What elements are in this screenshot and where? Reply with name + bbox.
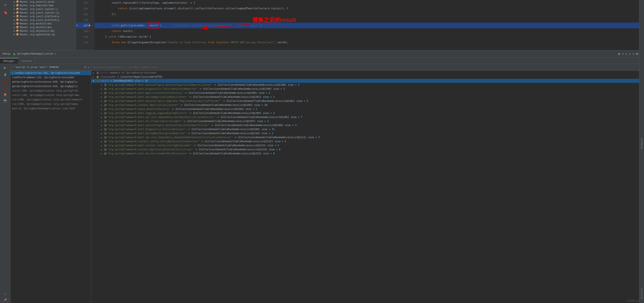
maven-icon: 📦 xyxy=(16,19,19,22)
var-type-badge-eq: = xyxy=(96,80,99,82)
debug-resume-btn[interactable]: ≡ xyxy=(618,52,620,56)
maven-icon: 📦 xyxy=(16,15,19,18)
var-subitem-14[interactable]: ▶ = "org.springframework.context.config.… xyxy=(91,139,644,143)
var-subitem-2[interactable]: ▶ = "org.springframework.boot.Applicatio… xyxy=(91,91,644,95)
sidebar-icon-run[interactable]: ▶ xyxy=(3,2,8,7)
tree-item[interactable]: ▶ 📦 Maven: org.junit.platform:p xyxy=(11,15,76,18)
project-tree: ▶ 📦 Maven: org.assertj:asser ▶ 📦 Maven: … xyxy=(11,0,76,50)
frame-item-0[interactable]: ▶ loadSpringFactories:162, SpringFactori… xyxy=(10,71,91,75)
var-subitem-8[interactable]: ▶ = "org.springframework.boot.sql.init.d… xyxy=(91,115,644,119)
debug-btn-pin[interactable]: 📌 xyxy=(4,298,7,301)
tab-console[interactable]: Console xyxy=(18,58,35,64)
frame-item-3[interactable]: getSpringFactoriesInstances:424, SpringA… xyxy=(10,84,91,89)
frames-settings-btn[interactable]: ▾ xyxy=(88,66,90,69)
var-value: = {Launcher$AppClassLoader@756} xyxy=(118,75,163,78)
var-item-static[interactable]: ▶ s static members of SpringFactoriesLoa… xyxy=(91,71,644,75)
code-line-105: }); xyxy=(96,11,644,17)
frame-item-4[interactable]: <init>:266, SpringApplication (org.sprin… xyxy=(10,89,91,93)
sidebar-icon-bookmark[interactable]: 🔖 xyxy=(3,10,8,15)
frame-item-8[interactable]: main:9, SpringBootDemoApplication (com.f… xyxy=(10,106,91,111)
debug-step-into-btn[interactable]: ↓ xyxy=(626,52,628,56)
var-value-result: = {HashMap@1065} xyxy=(110,79,134,82)
tree-item[interactable]: ▶ 📦 Maven: org.assertj:asser xyxy=(11,0,76,4)
frame-method-text: getSpringFactoriesInstances:424, SpringA… xyxy=(12,85,78,88)
debug-run-to-cursor-btn[interactable]: → xyxy=(632,52,634,56)
tree-item[interactable]: ▶ 📦 Maven: org.hamcrest:ham xyxy=(11,4,76,7)
var-name-text: classLoader xyxy=(100,75,116,78)
maven-icon: 📦 xyxy=(16,22,19,25)
frame-item-5[interactable]: <init>:246, SpringApplication (org.sprin… xyxy=(10,93,91,97)
var-item-result[interactable]: ▼ = result = {HashMap@1065} size = 18 xyxy=(91,79,644,83)
var-subitem-1[interactable]: ▶ = "org.springframework.boot.diagnostic… xyxy=(91,87,644,91)
var-item-classloader[interactable]: ▶ p classLoader = {Launcher$AppClassLoad… xyxy=(91,75,644,79)
debug-btn-resume[interactable]: ▶ xyxy=(4,66,6,70)
var-subitem-10[interactable]: ▶ = "org.springframework.boot.autoconfig… xyxy=(91,123,644,127)
left-sidebar: ▶ 🔖 xyxy=(0,0,11,50)
code-line-104: return (List)implementations.stream().di… xyxy=(96,6,644,11)
var-subitem-15[interactable]: ▶ = "org.springframework.boot.context.co… xyxy=(91,143,644,147)
debug-panel: ▶ ⏸ ■ ⟳ 🔕 📷 ⚙ 📌 ✓ "main"@1 in group "mai… xyxy=(0,64,644,303)
line-number-106: 106 xyxy=(76,17,90,23)
frames-filter-btn[interactable]: ⊞ xyxy=(84,66,86,69)
var-subitem-16[interactable]: ▶ = "org.springframework.context.Applica… xyxy=(91,147,644,152)
var-subitem-11[interactable]: ▶ = "org.springframework.boot.diagnostic… xyxy=(91,127,644,131)
frame-item-6[interactable]: run:1306, SpringApplication (org.springf… xyxy=(10,97,91,102)
frame-method-text: getSpringFactoriesInstances:430, SpringA… xyxy=(12,80,78,83)
frame-item-2[interactable]: getSpringFactoriesInstances:430, SpringA… xyxy=(10,80,91,84)
var-subitem-12[interactable]: ▶ = "org.springframework.boot.SpringBoot… xyxy=(91,131,644,135)
debug-step-over-btn[interactable]: ↷ xyxy=(622,52,624,56)
code-editor[interactable]: 103 104 105 106 ➤ 107 108 109 110 xyxy=(76,0,644,50)
debug-step-out-btn[interactable]: ↑ xyxy=(629,52,631,56)
code-line-106 xyxy=(96,17,644,23)
code-line-103: result.replaceAll((factoryType, implemen… xyxy=(96,0,644,6)
debug-frames-btn[interactable]: ⊞ xyxy=(636,52,638,56)
var-subitem-6[interactable]: ▶ = "org.springframework.beans.BeanInfoF… xyxy=(91,107,644,111)
tab-debugger[interactable]: Debugger xyxy=(0,58,18,64)
line-number-108: 108 xyxy=(76,28,90,34)
frame-method-text: <init>:246, SpringApplication (org.sprin… xyxy=(12,94,79,97)
line-number-104: 104 xyxy=(76,6,90,11)
var-type-badge-p: p xyxy=(96,76,99,78)
frame-item-7[interactable]: run:1295, SpringApplication (org.springf… xyxy=(10,102,91,106)
code-line-107: cache.put(classLoader, result); classLoa… xyxy=(96,23,644,28)
right-sidebar: Bookmarks Structure xyxy=(639,0,644,303)
frame-item-1[interactable]: loadFactoryNames:132, SpringFactoriesLoa… xyxy=(10,75,91,80)
tree-item[interactable]: ▶ 📦 Maven: org.mockito:moc xyxy=(11,26,76,29)
tree-item[interactable]: ▶ 📦 Maven: org.junit.jupiter:j xyxy=(11,7,76,11)
var-type-badge-s: s xyxy=(96,72,99,74)
debug-btn-settings[interactable]: ⚙ xyxy=(4,292,6,295)
var-subitem-17[interactable]: ▶ = "org.springframework.boot.env.Enviro… xyxy=(91,152,644,156)
tree-item[interactable]: ▶ 📦 Maven: org.junit.jupiter:ju xyxy=(11,11,76,15)
frame-method-text: run:1295, SpringApplication (org.springf… xyxy=(12,103,78,105)
code-line-110: throw new IllegalArgumentException("Unab… xyxy=(96,40,644,45)
var-subitem-7[interactable]: ▶ = "org.springframework.boot.logging.Lo… xyxy=(91,111,644,115)
debug-bar: Debug: ▶ SpringBootDemoApplication × ≡ ↷… xyxy=(0,50,644,57)
code-line-108: return result; xyxy=(96,28,644,34)
var-subitem-9[interactable]: ▶ = "org.springframework.boot.env.Proper… xyxy=(91,119,644,123)
app-tab[interactable]: ▶ SpringBootDemoApplication × xyxy=(14,52,56,56)
tree-item[interactable]: ▶ 📦 Maven: org.opentest4j:op xyxy=(11,33,76,36)
structure-label: Structure xyxy=(640,286,643,300)
debug-btn-rerun[interactable]: ⟳ xyxy=(3,86,8,91)
tree-item[interactable]: ▶ 📦 Maven: org.junit.platform:p xyxy=(11,18,76,22)
tree-item[interactable]: ▶ 📦 Maven: org.mockito:moc xyxy=(11,22,76,26)
maven-icon: 📦 xyxy=(16,4,19,7)
debug-btn-mute[interactable]: 🔕 xyxy=(4,93,7,96)
frames-list: ▶ loadSpringFactories:162, SpringFactori… xyxy=(10,71,91,303)
var-subitem-0[interactable]: ▶ = "org.springframework.boot.autoconfig… xyxy=(91,83,644,87)
var-subitem-13[interactable]: ▶ = "org.springframework.boot.sql.init.d… xyxy=(91,135,644,139)
debug-btn-pause[interactable]: ⏸ xyxy=(4,73,7,77)
app-name: SpringBootDemoApplication xyxy=(17,52,54,55)
bookmarks-label: Bookmarks xyxy=(640,136,643,150)
var-subitem-4[interactable]: ▶ = "org.springframework.boot.autoconfig… xyxy=(91,99,644,103)
tree-item[interactable]: ▶ 📦 Maven: org.objenesis:obj xyxy=(11,29,76,33)
maven-icon: 📦 xyxy=(16,8,19,11)
var-subitem-5[interactable]: ▶ = "org.springframework.context.Applica… xyxy=(91,103,644,107)
var-subitem-3[interactable]: ▶ = "org.springframework.boot.SpringAppl… xyxy=(91,95,644,99)
tab-close[interactable]: × xyxy=(55,52,56,55)
var-value: members of SpringFactoriesLoader xyxy=(110,71,157,74)
debug-btn-stop[interactable]: ■ xyxy=(4,80,6,83)
frame-method-text: main:9, SpringBootDemoApplication (com.f… xyxy=(12,107,75,110)
debug-btn-camera[interactable]: 📷 xyxy=(4,99,7,102)
variables-list: ▶ s static members of SpringFactoriesLoa… xyxy=(91,71,644,303)
